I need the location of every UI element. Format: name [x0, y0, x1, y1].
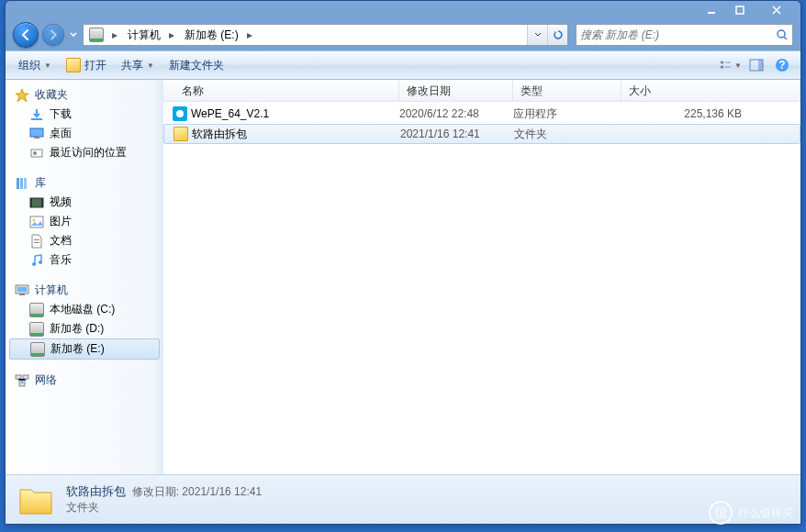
- column-header-size[interactable]: 大小: [621, 80, 800, 101]
- sidebar-item-label: 视频: [50, 194, 72, 210]
- svg-rect-25: [34, 242, 39, 243]
- open-button[interactable]: 打开: [61, 56, 112, 75]
- library-icon: [15, 176, 29, 191]
- sidebar-item-music[interactable]: 音乐: [6, 250, 163, 270]
- breadcrumb-sep-icon[interactable]: ▸: [164, 25, 179, 45]
- svg-rect-31: [16, 375, 21, 379]
- svg-rect-16: [17, 178, 19, 189]
- breadcrumb-computer[interactable]: 计算机: [122, 25, 164, 45]
- breadcrumb-drive[interactable]: 新加卷 (E:): [179, 25, 242, 45]
- desktop-icon: [29, 127, 44, 141]
- svg-rect-33: [19, 382, 25, 386]
- search-icon: [776, 28, 789, 41]
- svg-rect-1: [736, 6, 744, 14]
- sidebar-item-desktop[interactable]: 桌面: [6, 124, 163, 143]
- app-icon: [173, 106, 187, 121]
- column-header-date[interactable]: 修改日期: [399, 80, 513, 101]
- share-menu[interactable]: 共享▼: [116, 56, 160, 75]
- drive-icon: [29, 322, 44, 337]
- sidebar-item-downloads[interactable]: 下载: [6, 105, 163, 124]
- file-list[interactable]: WePE_64_V2.1 2020/6/12 22:48 应用程序 225,13…: [163, 102, 800, 474]
- sidebar-computer[interactable]: 计算机: [6, 281, 163, 300]
- forward-button[interactable]: [42, 24, 64, 46]
- music-icon: [29, 253, 44, 268]
- details-type: 文件夹: [66, 500, 262, 515]
- breadcrumb-sep-icon[interactable]: ▸: [242, 25, 257, 45]
- organize-menu[interactable]: 组织▼: [13, 56, 57, 75]
- organize-label: 组织: [18, 58, 40, 73]
- sidebar-group-label: 库: [35, 175, 46, 191]
- column-header-type[interactable]: 类型: [513, 80, 621, 101]
- chevron-down-icon: ▼: [734, 61, 742, 70]
- sidebar-item-videos[interactable]: 视频: [6, 193, 163, 212]
- sidebar-item-label: 文档: [50, 233, 72, 249]
- svg-rect-32: [23, 375, 28, 379]
- explorer-window: ▸ 计算机 ▸ 新加卷 (E:) ▸ 组织▼ 打开 共享▼ 新建文件夹 ▼ ? …: [5, 0, 801, 525]
- file-row[interactable]: WePE_64_V2.1 2020/6/12 22:48 应用程序 225,13…: [163, 104, 800, 124]
- search-box[interactable]: [576, 24, 793, 46]
- drive-icon: [30, 342, 45, 357]
- help-button[interactable]: ?: [771, 54, 793, 76]
- file-name: WePE_64_V2.1: [191, 107, 269, 120]
- svg-rect-13: [34, 137, 39, 139]
- maximize-button[interactable]: [726, 2, 754, 18]
- minimize-button[interactable]: [698, 2, 725, 18]
- column-headers: 名称 修改日期 类型 大小: [163, 80, 800, 102]
- nav-history-dropdown[interactable]: [68, 24, 79, 46]
- sidebar-item-recent[interactable]: 最近访问的位置: [6, 143, 163, 162]
- breadcrumb-sep-icon[interactable]: ▸: [107, 25, 122, 45]
- breadcrumb-drive-icon[interactable]: [84, 25, 107, 45]
- sidebar[interactable]: 收藏夹 下载 桌面 最近访问的位置 库 视频 图片 文档 音乐 计算机 本地磁盘…: [6, 80, 163, 474]
- sidebar-item-drive-d[interactable]: 新加卷 (D:): [6, 319, 163, 338]
- navigation-row: ▸ 计算机 ▸ 新加卷 (E:) ▸: [6, 19, 800, 50]
- star-icon: [15, 88, 29, 103]
- details-name: 软路由拆包: [66, 484, 126, 498]
- toolbar: 组织▼ 打开 共享▼ 新建文件夹 ▼ ?: [6, 50, 800, 80]
- newfolder-label: 新建文件夹: [169, 58, 224, 73]
- svg-rect-5: [725, 62, 731, 63]
- svg-rect-4: [721, 66, 723, 69]
- details-date-label: 修改日期:: [132, 485, 179, 498]
- file-row[interactable]: 软路由拆包 2021/1/16 12:41 文件夹: [163, 124, 800, 144]
- address-dropdown-button[interactable]: [527, 25, 547, 45]
- svg-rect-29: [17, 287, 27, 292]
- svg-rect-3: [721, 61, 723, 64]
- sidebar-favorites[interactable]: 收藏夹: [6, 85, 163, 105]
- svg-text:?: ?: [778, 59, 785, 72]
- sidebar-item-label: 新加卷 (D:): [50, 321, 104, 337]
- folder-open-icon: [66, 58, 81, 72]
- search-input[interactable]: [580, 28, 776, 41]
- svg-rect-18: [24, 178, 27, 189]
- open-label: 打开: [84, 58, 106, 73]
- file-size: 225,136 KB: [621, 107, 797, 120]
- preview-pane-button[interactable]: [745, 54, 767, 76]
- svg-point-2: [778, 30, 785, 38]
- view-menu[interactable]: ▼: [720, 54, 742, 76]
- sidebar-libraries[interactable]: 库: [6, 173, 163, 193]
- back-button[interactable]: [13, 22, 39, 48]
- content-area: 名称 修改日期 类型 大小 WePE_64_V2.1 2020/6/12 22:…: [163, 80, 800, 474]
- sidebar-item-drive-c[interactable]: 本地磁盘 (C:): [6, 300, 163, 319]
- newfolder-button[interactable]: 新建文件夹: [163, 56, 229, 75]
- close-button[interactable]: [755, 2, 799, 18]
- folder-large-icon: [17, 481, 55, 519]
- sidebar-item-pictures[interactable]: 图片: [6, 212, 163, 231]
- file-date: 2020/6/12 22:48: [399, 107, 513, 120]
- titlebar[interactable]: [6, 1, 800, 19]
- sidebar-item-label: 桌面: [50, 126, 72, 141]
- column-header-name[interactable]: 名称: [163, 80, 399, 101]
- sidebar-network[interactable]: 网络: [6, 371, 163, 390]
- svg-rect-19: [30, 198, 43, 207]
- refresh-button[interactable]: [547, 25, 567, 45]
- svg-point-35: [176, 110, 184, 117]
- svg-rect-6: [725, 67, 731, 68]
- sidebar-group-label: 计算机: [35, 283, 68, 298]
- svg-point-23: [33, 218, 36, 221]
- document-icon: [29, 234, 44, 249]
- sidebar-item-documents[interactable]: 文档: [6, 231, 163, 250]
- address-bar[interactable]: ▸ 计算机 ▸ 新加卷 (E:) ▸: [83, 24, 568, 46]
- svg-rect-8: [758, 60, 763, 71]
- sidebar-group-label: 网络: [35, 372, 57, 388]
- sidebar-item-drive-e[interactable]: 新加卷 (E:): [9, 338, 160, 360]
- chevron-down-icon: ▼: [44, 61, 51, 70]
